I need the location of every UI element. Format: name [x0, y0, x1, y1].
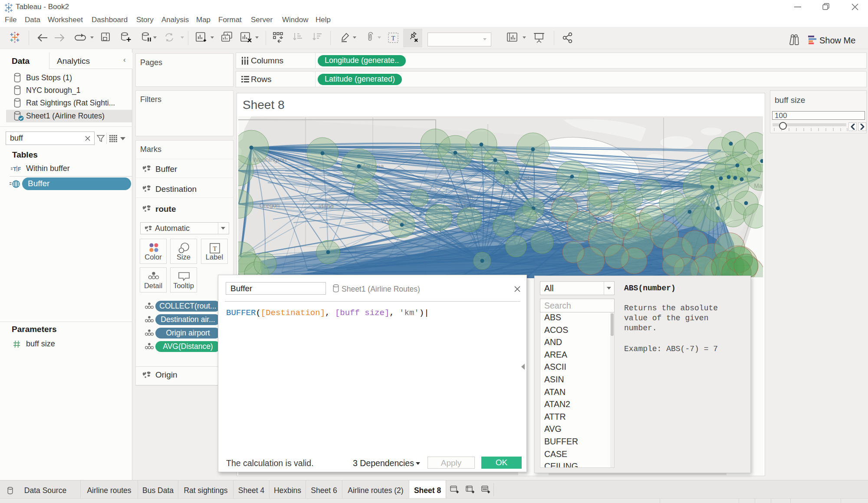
svg-text:T: T	[13, 166, 16, 172]
svg-text:F: F	[18, 166, 21, 172]
svg-text:T: T	[391, 35, 395, 42]
svg-text:T: T	[213, 245, 217, 252]
